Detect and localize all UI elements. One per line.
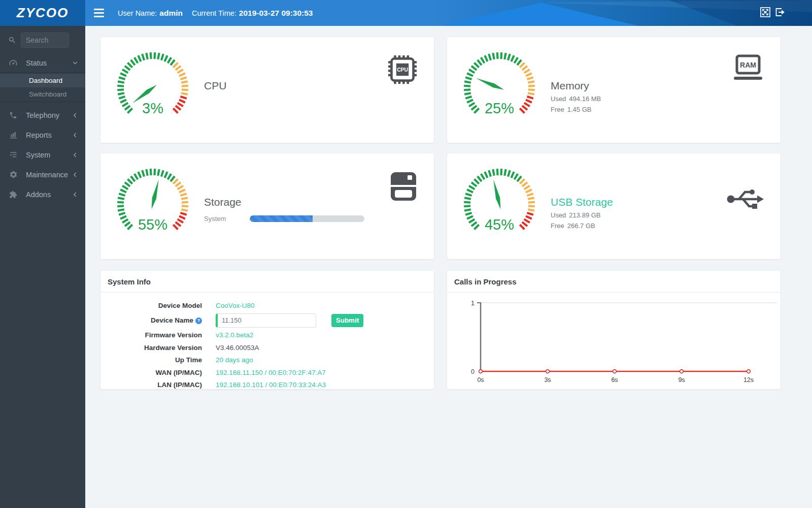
help-icon[interactable]: ? bbox=[195, 318, 202, 324]
user-name: User Name: admin bbox=[118, 0, 183, 26]
svg-text:9s: 9s bbox=[678, 376, 685, 384]
chevron-left-icon bbox=[72, 112, 78, 118]
sidebar-item-label: Addons bbox=[26, 190, 72, 199]
sidebar-item-maintenance[interactable]: Maintenance bbox=[0, 165, 85, 184]
cpu-card-title: CPU bbox=[204, 80, 226, 92]
bar-chart-icon bbox=[8, 131, 18, 139]
cpu-card: 3% CPU CPU bbox=[100, 37, 434, 143]
fullscreen-icon[interactable] bbox=[760, 7, 770, 17]
svg-text:12s: 12s bbox=[743, 376, 754, 384]
svg-text:CPU: CPU bbox=[397, 67, 408, 73]
sidebar: Status Dashboard Switchboard Telephony R… bbox=[0, 26, 85, 508]
sidebar-item-dashboard[interactable]: Dashboard bbox=[0, 74, 85, 87]
memory-free: Free1.45 GB bbox=[551, 106, 601, 113]
up-time-value: 20 days ago bbox=[216, 356, 253, 364]
puzzle-icon bbox=[8, 190, 18, 199]
search-input[interactable] bbox=[21, 33, 69, 48]
svg-text:6s: 6s bbox=[611, 376, 618, 384]
sidebar-item-label: Maintenance bbox=[26, 171, 72, 179]
sidebar-item-reports[interactable]: Reports bbox=[0, 125, 85, 145]
device-model-row: Device Model CooVox-U80 bbox=[100, 299, 434, 312]
sidebar-item-status[interactable]: Status bbox=[0, 53, 85, 73]
svg-text:55%: 55% bbox=[138, 216, 167, 233]
calls-chart-title: Calls in Progress bbox=[447, 271, 781, 293]
system-info-card: System Info Device Model CooVox-U80 Devi… bbox=[100, 271, 434, 389]
hardware-version-value: V3.46.00053A bbox=[216, 344, 259, 352]
device-model-value: CooVox-U80 bbox=[216, 302, 255, 309]
svg-text:3%: 3% bbox=[142, 100, 163, 116]
memory-gauge: 25% bbox=[461, 50, 537, 126]
usb-card-title: USB Storage bbox=[551, 196, 613, 208]
current-time: Current Time: 2019-03-27 09:30:53 bbox=[192, 0, 313, 26]
storage-progress-bar bbox=[250, 215, 364, 222]
phone-icon bbox=[8, 111, 18, 119]
usb-icon bbox=[726, 184, 764, 214]
svg-text:3s: 3s bbox=[544, 376, 551, 384]
current-time-label: Current Time: bbox=[192, 9, 236, 17]
brand-logo: ZYCOO bbox=[17, 5, 69, 21]
sidebar-item-label: Reports bbox=[26, 131, 72, 139]
user-name-label: User Name: bbox=[118, 9, 157, 17]
status-submenu: Dashboard Switchboard bbox=[0, 73, 85, 102]
calls-in-progress-card: Calls in Progress 010s3s6s9s12s bbox=[447, 271, 781, 389]
chevron-down-icon bbox=[72, 60, 78, 66]
speedometer-icon bbox=[8, 58, 18, 68]
usb-used: Used213.89 GB bbox=[551, 211, 613, 219]
sidebar-item-addons[interactable]: Addons bbox=[0, 184, 85, 204]
cpu-gauge: 3% bbox=[115, 50, 191, 126]
storage-gauge: 55% bbox=[115, 167, 191, 243]
memory-card: 25% Memory Used494.16 MB Free1.45 GB RAM bbox=[447, 37, 781, 143]
lan-row: LAN (IP/MAC) 192.168.10.101 / 00:E0:70:3… bbox=[100, 379, 434, 392]
svg-text:RAM: RAM bbox=[740, 61, 756, 69]
header-bar: User Name: admin Current Time: 2019-03-2… bbox=[85, 0, 812, 26]
storage-card: 55% Storage System bbox=[100, 153, 434, 259]
svg-text:0: 0 bbox=[471, 368, 475, 375]
svg-text:45%: 45% bbox=[485, 216, 514, 233]
sidebar-item-switchboard[interactable]: Switchboard bbox=[0, 87, 85, 101]
user-name-value: admin bbox=[159, 9, 183, 18]
wan-row: WAN (IP/MAC) 192.168.11.150 / 00:E0:70:2… bbox=[100, 366, 434, 379]
top-header: ZYCOO User Name: admin Current Time: 201… bbox=[0, 0, 812, 26]
sidebar-search bbox=[0, 26, 85, 53]
svg-text:0s: 0s bbox=[477, 376, 484, 384]
floppy-disk-icon bbox=[389, 171, 418, 204]
device-name-input[interactable] bbox=[216, 313, 316, 328]
usb-gauge: 45% bbox=[461, 167, 537, 243]
logout-icon[interactable] bbox=[775, 7, 785, 17]
memory-used: Used494.16 MB bbox=[551, 95, 601, 103]
chevron-left-icon bbox=[72, 192, 78, 198]
search-icon bbox=[8, 36, 16, 44]
sidebar-item-label: System bbox=[26, 151, 72, 159]
list-icon bbox=[8, 150, 18, 159]
firmware-version-row: Firmware Version v3.2.0.beta2 bbox=[100, 329, 434, 342]
gear-icon bbox=[8, 170, 18, 179]
menu-toggle-icon[interactable] bbox=[94, 9, 104, 17]
device-name-row: Device Name? Submit bbox=[100, 312, 434, 329]
sidebar-item-system[interactable]: System bbox=[0, 145, 85, 165]
sidebar-item-telephony[interactable]: Telephony bbox=[0, 105, 85, 125]
chevron-left-icon bbox=[72, 172, 78, 178]
lan-value: 192.168.10.101 / 00:E0:70:33:24:A3 bbox=[216, 381, 326, 389]
system-info-title: System Info bbox=[100, 271, 434, 293]
ram-icon: RAM bbox=[732, 54, 764, 84]
svg-text:25%: 25% bbox=[485, 100, 514, 116]
svg-text:1: 1 bbox=[471, 300, 475, 307]
submit-button[interactable]: Submit bbox=[331, 314, 363, 327]
current-time-value: 2019-03-27 09:30:53 bbox=[239, 9, 313, 18]
usb-storage-card: 45% USB Storage Used213.89 GB Free266.7 … bbox=[447, 153, 781, 259]
usb-free: Free266.7 GB bbox=[551, 222, 613, 230]
memory-card-title: Memory bbox=[551, 80, 601, 92]
storage-partition-row: System bbox=[204, 215, 364, 223]
storage-card-title: Storage bbox=[204, 196, 364, 208]
cpu-chip-icon: CPU bbox=[387, 54, 418, 87]
up-time-row: Up Time 20 days ago bbox=[100, 354, 434, 367]
partition-label: System bbox=[204, 215, 229, 223]
firmware-version-value: v3.2.0.beta2 bbox=[216, 331, 253, 339]
sidebar-item-label: Telephony bbox=[26, 111, 72, 119]
wan-value: 192.168.11.150 / 00:E0:70:2F:47:A7 bbox=[216, 369, 326, 376]
calls-chart: 010s3s6s9s12s bbox=[447, 293, 781, 389]
brand-logo-block: ZYCOO bbox=[0, 0, 85, 26]
chevron-left-icon bbox=[72, 152, 78, 158]
hardware-version-row: Hardware Version V3.46.00053A bbox=[100, 341, 434, 354]
sidebar-item-label: Status bbox=[26, 59, 72, 67]
